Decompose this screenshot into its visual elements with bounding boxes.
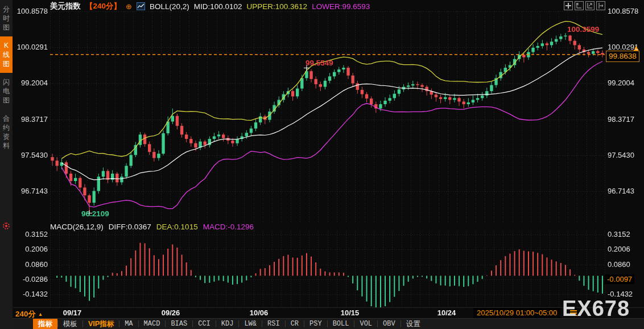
price-axis-label-right: 98.3717 [608, 115, 634, 124]
price-axis-label-left: 99.2004 [14, 79, 48, 87]
chart-canvas[interactable] [0, 0, 644, 329]
boll-mid-value: MID:100.0102 [194, 2, 242, 11]
bar-time-range: 2025/10/29 01:00~05:00 [473, 308, 560, 318]
macd-dea-value: DEA:0.1015 [156, 223, 198, 231]
scale-left-icon[interactable] [575, 1, 584, 10]
toolbar-vol[interactable]: VOL [354, 319, 377, 329]
macd-hist-value: MACD:-0.1296 [203, 223, 254, 231]
symbol-title: 美元指数 [50, 1, 81, 11]
price-axis-label-left: 100.8578 [14, 7, 48, 15]
last-price-badge: 99.8638 [606, 51, 639, 62]
boll-upper-value: UPPER:100.3612 [247, 2, 308, 11]
toolbar-indicators[interactable]: 指标 [33, 319, 57, 329]
macd-diff-value: DIFF:0.0367 [109, 223, 151, 231]
chart-tools [564, 1, 605, 10]
toolbar-ma[interactable]: MA [119, 319, 138, 329]
x-axis-date: 10/24 [428, 309, 465, 317]
x-axis-date: 09/26 [152, 309, 189, 317]
boll-lower-value: LOWER:99.6593 [312, 2, 370, 11]
x-axis-date: 10/06 [241, 309, 277, 317]
move-icon[interactable] [564, 1, 573, 10]
sidebar-tab-time-share-chart[interactable]: 分时图 [0, 0, 13, 36]
macd-axis-label-right: 0.3152 [608, 230, 630, 238]
sidebar-tab-flash-chart[interactable]: 闪电图 [0, 73, 13, 109]
toolbar-cr[interactable]: CR [286, 319, 304, 329]
sidebar-tab-contract-info[interactable]: 合约资料 [0, 109, 13, 155]
price-axis-label-right: 97.5430 [608, 151, 634, 159]
price-axis-label-left: 96.7143 [14, 187, 48, 195]
period-high-label: 100.3599 [567, 25, 599, 34]
price-axis-label-right: 99.2004 [608, 79, 634, 87]
price-axis-label-right: 96.7143 [608, 187, 634, 195]
toolbar-settings[interactable]: 设置 [401, 319, 426, 329]
pan-right-icon[interactable] [596, 1, 605, 10]
toolbar-bias[interactable]: BIAS [166, 319, 192, 329]
macd-axis-label-right: 0.0860 [608, 260, 630, 269]
x-axis-date: 09/17 [54, 309, 90, 317]
macd-current-badge: -0.0097 [605, 274, 634, 284]
macd-axis-label-left: 0.3152 [14, 230, 48, 238]
price-axis-label-left: 97.5430 [14, 151, 48, 159]
period-label[interactable]: 【240分】 [85, 1, 121, 11]
period-low-label: 96.2109 [81, 209, 109, 218]
toolbar-templates[interactable]: 模板 [58, 319, 82, 329]
macd-axis-label-left: 0.0860 [14, 260, 48, 269]
toolbar-cci[interactable]: CCI [193, 319, 216, 329]
indicator-chart-icon[interactable] [137, 2, 145, 10]
price-axis-label-right: 100.8578 [608, 7, 638, 15]
toolbar-lwr[interactable]: LW& [239, 319, 262, 329]
toolbar-obv[interactable]: OBV [378, 319, 401, 329]
price-up-arrow-icon: ▲ [633, 44, 639, 51]
chart-window: 分时图K线图闪电图合约资料 美元指数 【240分】 ⊕ BOLL(20,2) M… [0, 0, 644, 329]
toolbar-kdj[interactable]: KDJ [216, 319, 239, 329]
macd-axis-label-right: 0.2006 [608, 245, 630, 253]
macd-axis-label-left: 0.2006 [14, 245, 48, 253]
live-dot-icon[interactable] [3, 223, 10, 229]
price-axis-label-left: 98.3717 [14, 115, 48, 124]
collapse-icon[interactable]: ⊕ [126, 2, 132, 11]
boll-label: BOLL(20,2) [150, 2, 189, 11]
macd-axis-label-left: -0.0286 [14, 275, 48, 283]
macd-label: MACD(26,12,9) [50, 223, 104, 231]
sidebar-tab-kline-chart[interactable]: K线图 [0, 36, 13, 73]
toolbar-rsi[interactable]: RSI [262, 319, 285, 329]
left-sidebar: 分时图K线图闪电图合约资料 [0, 0, 13, 329]
macd-header: MACD(26,12,9) DIFF:0.0367 DEA:0.1015 MAC… [50, 223, 254, 231]
toolbar-macd[interactable]: MACD [139, 319, 166, 329]
toolbar-psy[interactable]: PSY [304, 319, 327, 329]
triangle-up-icon: ▲ [38, 311, 43, 317]
toolbar-boll[interactable]: BOLL [328, 319, 354, 329]
price-axis-label-left: 100.0291 [14, 43, 48, 51]
watermark: EX678 [562, 297, 630, 321]
macd-axis-label-left: -0.1432 [14, 290, 48, 298]
chart-header: 美元指数 【240分】 ⊕ BOLL(20,2) MID:100.0102 UP… [50, 1, 370, 11]
toolbar-vip-indicators[interactable]: VIP指标 [83, 319, 119, 329]
indicator-toolbar: 指标模板VIP指标MAMACDBIASCCIKDJLW&RSICRPSYBOLL… [13, 318, 644, 329]
swing-high-label: 99.5549 [306, 59, 333, 67]
x-axis-date: 10/15 [332, 309, 368, 317]
scale-right-icon[interactable] [585, 1, 595, 10]
